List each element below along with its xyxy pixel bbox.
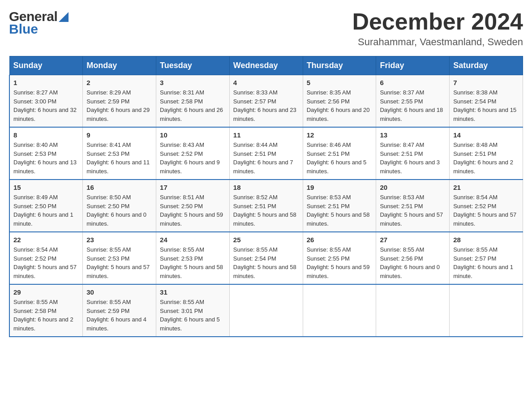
calendar-cell: 18Sunrise: 8:52 AMSunset: 2:51 PMDayligh… <box>229 180 303 232</box>
logo: General Blue <box>9 9 69 37</box>
calendar-cell: 9Sunrise: 8:41 AMSunset: 2:53 PMDaylight… <box>83 127 156 180</box>
day-info: Sunrise: 8:48 AMSunset: 2:51 PMDaylight:… <box>453 141 519 176</box>
day-number: 14 <box>453 131 519 139</box>
title-area: December 2024 Surahammar, Vaestmanland, … <box>352 9 523 48</box>
calendar-cell: 1Sunrise: 8:27 AMSunset: 3:00 PMDaylight… <box>9 75 83 128</box>
day-header-tuesday: Tuesday <box>156 56 230 75</box>
svg-marker-0 <box>59 12 69 22</box>
day-info: Sunrise: 8:31 AMSunset: 2:58 PMDaylight:… <box>160 88 226 123</box>
day-number: 6 <box>380 79 446 86</box>
day-number: 26 <box>307 236 373 244</box>
calendar-cell: 25Sunrise: 8:55 AMSunset: 2:54 PMDayligh… <box>229 232 303 284</box>
day-number: 11 <box>233 131 299 139</box>
day-info: Sunrise: 8:53 AMSunset: 2:51 PMDaylight:… <box>307 193 373 228</box>
calendar-cell: 5Sunrise: 8:35 AMSunset: 2:56 PMDaylight… <box>303 75 376 128</box>
calendar-cell <box>303 284 376 337</box>
day-info: Sunrise: 8:37 AMSunset: 2:55 PMDaylight:… <box>380 88 446 123</box>
calendar-cell: 28Sunrise: 8:55 AMSunset: 2:57 PMDayligh… <box>450 232 523 284</box>
day-header-thursday: Thursday <box>303 56 376 75</box>
day-info: Sunrise: 8:55 AMSunset: 2:59 PMDaylight:… <box>86 298 152 333</box>
day-number: 12 <box>307 131 373 139</box>
day-number: 21 <box>453 184 519 191</box>
subtitle: Surahammar, Vaestmanland, Sweden <box>352 36 523 48</box>
day-info: Sunrise: 8:55 AMSunset: 2:53 PMDaylight:… <box>160 245 226 280</box>
day-info: Sunrise: 8:55 AMSunset: 2:55 PMDaylight:… <box>307 245 373 280</box>
day-number: 13 <box>380 131 446 139</box>
day-info: Sunrise: 8:51 AMSunset: 2:50 PMDaylight:… <box>160 193 226 228</box>
calendar-cell <box>229 284 303 337</box>
day-info: Sunrise: 8:41 AMSunset: 2:53 PMDaylight:… <box>86 141 152 176</box>
day-number: 10 <box>160 131 226 139</box>
day-info: Sunrise: 8:52 AMSunset: 2:51 PMDaylight:… <box>233 193 299 228</box>
calendar-cell: 29Sunrise: 8:55 AMSunset: 2:58 PMDayligh… <box>9 284 83 337</box>
day-info: Sunrise: 8:47 AMSunset: 2:51 PMDaylight:… <box>380 141 446 176</box>
day-number: 5 <box>307 79 373 86</box>
day-info: Sunrise: 8:43 AMSunset: 2:52 PMDaylight:… <box>160 141 226 176</box>
day-number: 18 <box>233 184 299 191</box>
day-header-saturday: Saturday <box>450 56 523 75</box>
day-header-wednesday: Wednesday <box>229 56 303 75</box>
calendar-cell: 7Sunrise: 8:38 AMSunset: 2:54 PMDaylight… <box>450 75 523 128</box>
calendar-cell: 11Sunrise: 8:44 AMSunset: 2:51 PMDayligh… <box>229 127 303 180</box>
day-number: 3 <box>160 79 226 86</box>
day-number: 28 <box>453 236 519 244</box>
calendar-cell: 4Sunrise: 8:33 AMSunset: 2:57 PMDaylight… <box>229 75 303 128</box>
day-number: 9 <box>86 131 152 139</box>
day-number: 30 <box>86 288 152 296</box>
calendar-cell: 12Sunrise: 8:46 AMSunset: 2:51 PMDayligh… <box>303 127 376 180</box>
day-number: 22 <box>13 236 79 244</box>
calendar-cell: 8Sunrise: 8:40 AMSunset: 2:53 PMDaylight… <box>9 127 83 180</box>
day-info: Sunrise: 8:44 AMSunset: 2:51 PMDaylight:… <box>233 141 299 176</box>
day-info: Sunrise: 8:29 AMSunset: 2:59 PMDaylight:… <box>86 88 152 123</box>
day-info: Sunrise: 8:38 AMSunset: 2:54 PMDaylight:… <box>453 88 519 123</box>
calendar-cell: 14Sunrise: 8:48 AMSunset: 2:51 PMDayligh… <box>450 127 523 180</box>
week-row-2: 8Sunrise: 8:40 AMSunset: 2:53 PMDaylight… <box>9 127 523 180</box>
logo-triangle-icon <box>59 12 69 22</box>
calendar-cell <box>376 284 450 337</box>
header: General Blue December 2024 Surahammar, V… <box>9 9 523 48</box>
calendar-table: SundayMondayTuesdayWednesdayThursdayFrid… <box>9 56 523 337</box>
calendar-cell: 3Sunrise: 8:31 AMSunset: 2:58 PMDaylight… <box>156 75 230 128</box>
day-info: Sunrise: 8:54 AMSunset: 2:52 PMDaylight:… <box>13 245 79 280</box>
day-number: 8 <box>13 131 79 139</box>
calendar-cell: 26Sunrise: 8:55 AMSunset: 2:55 PMDayligh… <box>303 232 376 284</box>
day-number: 2 <box>86 79 152 86</box>
day-info: Sunrise: 8:55 AMSunset: 2:56 PMDaylight:… <box>380 245 446 280</box>
calendar-cell: 6Sunrise: 8:37 AMSunset: 2:55 PMDaylight… <box>376 75 450 128</box>
day-number: 4 <box>233 79 299 86</box>
calendar-cell: 30Sunrise: 8:55 AMSunset: 2:59 PMDayligh… <box>83 284 156 337</box>
calendar-cell: 16Sunrise: 8:50 AMSunset: 2:50 PMDayligh… <box>83 180 156 232</box>
day-info: Sunrise: 8:55 AMSunset: 2:58 PMDaylight:… <box>13 298 79 333</box>
month-title: December 2024 <box>352 9 523 34</box>
day-header-sunday: Sunday <box>9 56 83 75</box>
calendar-cell: 17Sunrise: 8:51 AMSunset: 2:50 PMDayligh… <box>156 180 230 232</box>
day-info: Sunrise: 8:55 AMSunset: 2:54 PMDaylight:… <box>233 245 299 280</box>
calendar-cell: 13Sunrise: 8:47 AMSunset: 2:51 PMDayligh… <box>376 127 450 180</box>
day-number: 27 <box>380 236 446 244</box>
day-number: 1 <box>13 79 79 86</box>
week-row-1: 1Sunrise: 8:27 AMSunset: 3:00 PMDaylight… <box>9 75 523 128</box>
day-info: Sunrise: 8:27 AMSunset: 3:00 PMDaylight:… <box>13 88 79 123</box>
day-info: Sunrise: 8:40 AMSunset: 2:53 PMDaylight:… <box>13 141 79 176</box>
day-number: 23 <box>86 236 152 244</box>
calendar-cell: 23Sunrise: 8:55 AMSunset: 2:53 PMDayligh… <box>83 232 156 284</box>
day-number: 15 <box>13 184 79 191</box>
day-info: Sunrise: 8:55 AMSunset: 2:57 PMDaylight:… <box>453 245 519 280</box>
day-info: Sunrise: 8:46 AMSunset: 2:51 PMDaylight:… <box>307 141 373 176</box>
day-number: 20 <box>380 184 446 191</box>
calendar-cell: 21Sunrise: 8:54 AMSunset: 2:52 PMDayligh… <box>450 180 523 232</box>
day-info: Sunrise: 8:54 AMSunset: 2:52 PMDaylight:… <box>453 193 519 228</box>
calendar-cell: 10Sunrise: 8:43 AMSunset: 2:52 PMDayligh… <box>156 127 230 180</box>
calendar-cell <box>450 284 523 337</box>
day-header-monday: Monday <box>83 56 156 75</box>
day-header-friday: Friday <box>376 56 450 75</box>
calendar-cell: 19Sunrise: 8:53 AMSunset: 2:51 PMDayligh… <box>303 180 376 232</box>
days-header-row: SundayMondayTuesdayWednesdayThursdayFrid… <box>9 56 523 75</box>
calendar-cell: 24Sunrise: 8:55 AMSunset: 2:53 PMDayligh… <box>156 232 230 284</box>
calendar-cell: 20Sunrise: 8:53 AMSunset: 2:51 PMDayligh… <box>376 180 450 232</box>
week-row-5: 29Sunrise: 8:55 AMSunset: 2:58 PMDayligh… <box>9 284 523 337</box>
day-info: Sunrise: 8:55 AMSunset: 2:53 PMDaylight:… <box>86 245 152 280</box>
day-number: 24 <box>160 236 226 244</box>
day-number: 25 <box>233 236 299 244</box>
day-info: Sunrise: 8:53 AMSunset: 2:51 PMDaylight:… <box>380 193 446 228</box>
